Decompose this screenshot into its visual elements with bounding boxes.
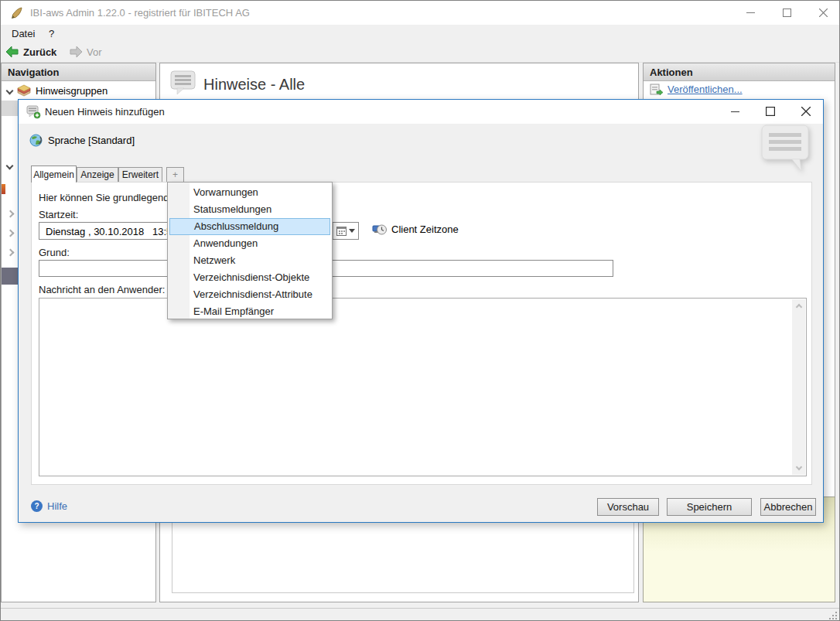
scroll-down-button[interactable] bbox=[792, 462, 805, 475]
tab-label: Erweitert bbox=[122, 169, 159, 180]
chevron-down-icon[interactable] bbox=[6, 87, 14, 94]
hinweise-bubble-icon bbox=[170, 70, 196, 95]
scroll-up-button[interactable] bbox=[792, 299, 805, 312]
publish-link[interactable]: Veröffentlichen... bbox=[668, 84, 743, 95]
dialog-maximize-button[interactable] bbox=[753, 100, 788, 123]
add-hinweis-dialog: Neuen Hinweis hinzufügen Sprache [Standa… bbox=[18, 99, 824, 523]
button-label: Speichern bbox=[687, 501, 732, 513]
button-label: Vorschau bbox=[607, 501, 649, 513]
help-link-row[interactable]: ? Hilfe bbox=[31, 500, 67, 512]
tab-erweitert[interactable]: Erweitert bbox=[118, 167, 162, 182]
client-zeitzone-label: Client Zeitzone bbox=[391, 223, 459, 235]
dialog-titlebar: Neuen Hinweis hinzufügen bbox=[19, 100, 823, 124]
sidebar-item-label: Hinweisgruppen bbox=[36, 85, 108, 97]
forward-label: Vor bbox=[87, 46, 102, 58]
add-hinweis-icon bbox=[26, 105, 41, 119]
menu-item-netzwerk[interactable]: Netzwerk bbox=[168, 252, 332, 269]
back-button[interactable]: Zurück bbox=[5, 46, 56, 58]
timezone-clock-icon bbox=[372, 223, 387, 236]
back-label: Zurück bbox=[23, 46, 56, 58]
tab-anzeige[interactable]: Anzeige bbox=[77, 167, 118, 182]
nav-item-icon-sliver bbox=[2, 184, 5, 194]
tab-allgemein[interactable]: Allgemein bbox=[31, 165, 77, 183]
toolbar: Zurück Vor bbox=[1, 44, 839, 63]
actions-header-label: Aktionen bbox=[650, 67, 693, 78]
app-window: IBI-aws Admin 1.22.0 - registriert für I… bbox=[0, 0, 840, 621]
menu-item-email-empfaenger[interactable]: E-Mail Empfänger bbox=[168, 303, 332, 320]
actions-header: Aktionen bbox=[644, 63, 835, 81]
dropdown-caret-icon bbox=[349, 229, 355, 233]
nachricht-textarea[interactable] bbox=[39, 298, 807, 476]
help-link[interactable]: Hilfe bbox=[47, 500, 67, 512]
resize-grip[interactable] bbox=[829, 612, 837, 619]
chevron-right-icon[interactable] bbox=[7, 230, 15, 237]
menu-bar: Datei ? bbox=[1, 25, 839, 44]
help-icon: ? bbox=[31, 500, 43, 512]
navigation-header-label: Navigation bbox=[8, 67, 59, 78]
close-button[interactable] bbox=[805, 1, 840, 25]
calendar-dropdown-button[interactable] bbox=[333, 223, 358, 239]
minimize-icon bbox=[746, 9, 755, 17]
nav-active-item-sliver[interactable] bbox=[2, 268, 18, 285]
tab-label: Allgemein bbox=[33, 169, 74, 180]
chevron-right-icon[interactable] bbox=[7, 249, 15, 257]
textarea-scrollbar[interactable] bbox=[792, 299, 805, 475]
minimize-button[interactable] bbox=[732, 1, 769, 25]
client-zeitzone: Client Zeitzone bbox=[372, 223, 459, 236]
menu-help[interactable]: ? bbox=[49, 28, 54, 39]
minimize-icon bbox=[731, 107, 739, 116]
dialog-title: Neuen Hinweis hinzufügen bbox=[45, 106, 165, 118]
chevron-down-icon[interactable] bbox=[6, 162, 14, 170]
abbrechen-button[interactable]: Abbrechen bbox=[760, 498, 816, 516]
menu-item-anwendungen[interactable]: Anwendungen bbox=[168, 235, 332, 252]
tab-add-button[interactable]: + bbox=[166, 167, 184, 182]
globe-icon bbox=[29, 134, 43, 147]
nachricht-label: Nachricht an den Anwender: bbox=[39, 284, 165, 295]
sidebar-item-hinweisgruppen[interactable]: Hinweisgruppen bbox=[2, 84, 108, 97]
startzeit-value: Dienstag , 30.10.2018 13:59 bbox=[46, 226, 178, 237]
navigation-header: Navigation bbox=[2, 63, 155, 81]
forward-arrow-icon bbox=[69, 46, 83, 58]
dialog-close-button[interactable] bbox=[788, 100, 824, 123]
app-logo-icon bbox=[10, 6, 23, 19]
maximize-button[interactable] bbox=[769, 1, 805, 25]
startzeit-label: Startzeit: bbox=[39, 209, 78, 220]
maximize-icon bbox=[766, 107, 775, 116]
speichern-button[interactable]: Speichern bbox=[667, 498, 752, 516]
allgemein-tab-page: Hier können Sie grundlegende Ei Startzei… bbox=[31, 182, 812, 485]
maximize-icon bbox=[783, 9, 791, 17]
sprache-selector[interactable]: Sprache [Standard] bbox=[29, 134, 135, 147]
nav-selected-item-sliver[interactable] bbox=[2, 101, 18, 116]
window-title: IBI-aws Admin 1.22.0 - registriert für I… bbox=[30, 7, 250, 19]
watermark-bubble-icon bbox=[761, 125, 811, 172]
hinweis-type-menu: Vorwarnungen Statusmeldungen Abschlussme… bbox=[167, 182, 333, 319]
menu-item-abschlussmeldung[interactable]: Abschlussmeldung bbox=[169, 218, 330, 235]
menu-item-statusmeldungen[interactable]: Statusmeldungen bbox=[168, 201, 332, 218]
close-icon bbox=[801, 107, 811, 116]
publish-link-row[interactable]: Veröffentlichen... bbox=[650, 84, 743, 95]
sprache-label: Sprache [Standard] bbox=[48, 135, 135, 146]
vorschau-button[interactable]: Vorschau bbox=[597, 498, 659, 516]
forward-button[interactable]: Vor bbox=[69, 46, 102, 58]
chevron-up-icon bbox=[795, 304, 801, 310]
page-title: Hinweise - Alle bbox=[203, 76, 305, 94]
hinweisgruppen-icon bbox=[17, 84, 31, 97]
menu-item-verzeichnisdienst-objekte[interactable]: Verzeichnisdienst-Objekte bbox=[168, 269, 332, 286]
dialog-minimize-button[interactable] bbox=[717, 100, 753, 123]
status-bar bbox=[1, 608, 839, 621]
intro-text: Hier können Sie grundlegende Ei bbox=[39, 192, 186, 203]
button-label: Abbrechen bbox=[764, 501, 813, 513]
chevron-down-icon bbox=[795, 464, 801, 470]
menu-item-verzeichnisdienst-attribute[interactable]: Verzeichnisdienst-Attribute bbox=[168, 286, 332, 303]
grund-label: Grund: bbox=[39, 247, 70, 258]
back-arrow-icon bbox=[5, 46, 19, 58]
close-icon bbox=[819, 9, 828, 17]
tab-label: Anzeige bbox=[80, 169, 114, 180]
calendar-icon bbox=[336, 226, 347, 236]
menu-item-vorwarnungen[interactable]: Vorwarnungen bbox=[168, 184, 332, 201]
publish-icon bbox=[650, 84, 663, 95]
add-tab-icon: + bbox=[172, 169, 178, 180]
main-titlebar: IBI-aws Admin 1.22.0 - registriert für I… bbox=[1, 1, 839, 25]
chevron-right-icon[interactable] bbox=[7, 210, 15, 218]
menu-datei[interactable]: Datei bbox=[12, 28, 35, 39]
